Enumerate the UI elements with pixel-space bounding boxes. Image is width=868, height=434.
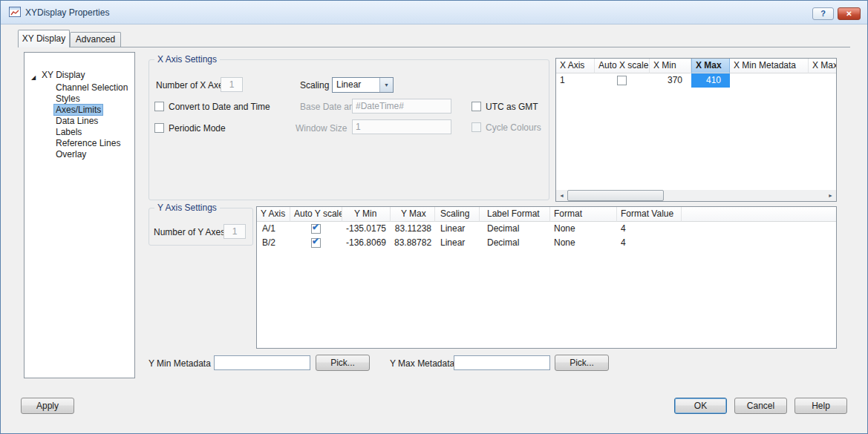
app-icon	[9, 7, 21, 17]
y-table-header-y-max[interactable]: Y Max	[391, 207, 435, 222]
tree-item-xy-display[interactable]: XY Display	[39, 70, 87, 81]
y-table-row2-format[interactable]: None	[550, 236, 617, 250]
x-axis-table: X Axis Auto X scale X Min X Max X Min Me…	[555, 58, 837, 202]
y-table-row1-format[interactable]: None	[550, 222, 617, 236]
x-table-cell-x-max-selected[interactable]: 410	[691, 73, 730, 88]
y-table-row1-y-min[interactable]: -135.0175	[342, 222, 391, 236]
y-table-header-filler	[682, 207, 836, 222]
number-of-x-axes-label: Number of X Axes	[156, 80, 228, 91]
y-table-header-format[interactable]: Format	[550, 207, 617, 222]
y-table-row2-y-axis[interactable]: B/2	[257, 236, 290, 250]
scrollbar-thumb[interactable]	[567, 190, 664, 201]
y-axis-table: Y Axis Auto Y scale Y Min Y Max Scaling …	[256, 206, 837, 349]
y-table-header-scaling[interactable]: Scaling	[435, 207, 480, 222]
scroll-right-icon[interactable]: ►	[825, 190, 836, 201]
pick-y-min-button[interactable]: Pick...	[316, 355, 370, 371]
y-table-row1-label-format[interactable]: Decimal	[480, 222, 550, 236]
chevron-down-icon[interactable]: ▼	[379, 78, 393, 92]
y-table-header-y-axis[interactable]: Y Axis	[257, 207, 290, 222]
utc-as-gmt-checkbox[interactable]	[471, 102, 481, 111]
window-size-input: 1	[352, 119, 451, 134]
y-max-metadata-input[interactable]	[454, 355, 550, 370]
y-table-header-y-min[interactable]: Y Min	[342, 207, 391, 222]
y-table-row1-y-axis[interactable]: A/1	[257, 222, 290, 236]
tree-item-data-lines[interactable]: Data Lines	[53, 116, 100, 127]
x-table-cell-x-max-2[interactable]	[809, 73, 836, 88]
y-table-row2-format-value[interactable]: 4	[617, 236, 682, 250]
x-table-header-x-min-metadata[interactable]: X Min Metadata	[730, 59, 809, 73]
x-table-header-x-max-2[interactable]: X Max	[809, 59, 836, 73]
y-table-row2-label-format[interactable]: Decimal	[480, 236, 550, 250]
x-table-header-auto-x-scale[interactable]: Auto X scale	[595, 59, 650, 73]
tree-expander-icon[interactable]: ◢	[31, 72, 36, 83]
base-date-and-time-input: #DateTime#	[352, 99, 451, 114]
y-min-metadata-input[interactable]	[214, 355, 310, 370]
settings-tree: ◢ XY Display Channel Selection Styles Ax…	[24, 52, 135, 378]
x-table-cell-x-min[interactable]: 370	[650, 73, 691, 88]
x-table-cell-x-axis[interactable]: 1	[556, 73, 595, 88]
x-table-cell-x-min-metadata[interactable]	[730, 73, 809, 88]
periodic-mode-label: Periodic Mode	[169, 123, 226, 134]
y-min-metadata-label: Y Min Metadata	[149, 358, 211, 369]
x-table-header-x-min[interactable]: X Min	[650, 59, 691, 73]
auto-y-scale-checkbox-row2[interactable]: ✔	[311, 238, 321, 248]
auto-x-scale-checkbox[interactable]	[617, 76, 627, 85]
scaling-dropdown-value: Linear	[336, 79, 361, 91]
y-table-row1-format-value[interactable]: 4	[617, 222, 682, 236]
convert-to-date-time-label: Convert to Date and Time	[169, 102, 270, 112]
tree-item-overlay[interactable]: Overlay	[53, 149, 88, 160]
y-table-row2-y-min[interactable]: -136.8069	[342, 236, 391, 250]
tree-item-styles[interactable]: Styles	[53, 93, 82, 105]
checkmark-icon: ✔	[312, 237, 319, 246]
tree-item-axes-limits[interactable]: Axes/Limits	[53, 105, 103, 116]
auto-y-scale-checkbox-row1[interactable]: ✔	[311, 224, 321, 234]
x-table-header-x-max[interactable]: X Max	[691, 59, 730, 73]
y-max-metadata-label: Y Max Metadata	[390, 358, 454, 369]
y-table-header-auto-y-scale[interactable]: Auto Y scale	[290, 207, 342, 222]
xydisplay-properties-window: XYDisplay Properties ? ✕ XY Display Adva…	[0, 0, 868, 434]
y-axis-settings-title: Y Axis Settings	[154, 203, 220, 213]
tab-page-border	[18, 47, 850, 47]
tab-xy-display[interactable]: XY Display	[18, 30, 70, 47]
apply-button[interactable]: Apply	[21, 398, 74, 414]
tree-item-reference-lines[interactable]: Reference Lines	[53, 138, 123, 149]
help-button[interactable]: ?	[812, 7, 834, 20]
window-title: XYDisplay Properties	[25, 7, 109, 18]
ok-button[interactable]: OK	[674, 398, 727, 414]
pick-y-max-button[interactable]: Pick...	[555, 355, 609, 371]
tree-item-labels[interactable]: Labels	[53, 127, 84, 138]
tab-advanced[interactable]: Advanced	[70, 32, 121, 47]
scroll-left-icon[interactable]: ◄	[556, 190, 567, 201]
title-bar[interactable]: XYDisplay Properties ? ✕	[1, 1, 867, 24]
checkmark-icon: ✔	[312, 223, 319, 232]
cycle-colours-checkbox	[471, 122, 481, 132]
window-size-label: Window Size	[296, 123, 347, 134]
convert-to-date-time-checkbox[interactable]	[154, 102, 164, 111]
utc-as-gmt-label: UTC as GMT	[486, 102, 538, 112]
x-table-header-x-axis[interactable]: X Axis	[556, 59, 595, 73]
number-of-x-axes-input: 1	[221, 77, 243, 92]
periodic-mode-checkbox[interactable]	[154, 123, 164, 133]
scaling-label: Scaling	[300, 80, 329, 91]
number-of-y-axes-input: 1	[223, 224, 246, 239]
y-table-header-label-format[interactable]: Label Format	[480, 207, 550, 222]
cancel-button[interactable]: Cancel	[734, 398, 787, 414]
tree-item-channel-selection[interactable]: Channel Selection	[53, 82, 130, 93]
number-of-y-axes-label: Number of Y Axes	[154, 227, 225, 237]
x-table-horizontal-scrollbar[interactable]: ◄ ►	[556, 190, 836, 201]
x-axis-settings-title: X Axis Settings	[154, 54, 220, 65]
cycle-colours-label: Cycle Colours	[486, 122, 541, 133]
y-table-row2-y-max[interactable]: 83.88782	[391, 236, 435, 250]
close-button[interactable]: ✕	[838, 7, 861, 20]
scaling-dropdown[interactable]: Linear ▼	[332, 77, 394, 93]
y-table-row2-scaling[interactable]: Linear	[435, 236, 480, 250]
y-table-row1-y-max[interactable]: 83.11238	[391, 222, 435, 236]
help-footer-button[interactable]: Help	[794, 398, 847, 414]
y-table-row1-scaling[interactable]: Linear	[435, 222, 480, 236]
y-table-header-format-value[interactable]: Format Value	[617, 207, 682, 222]
